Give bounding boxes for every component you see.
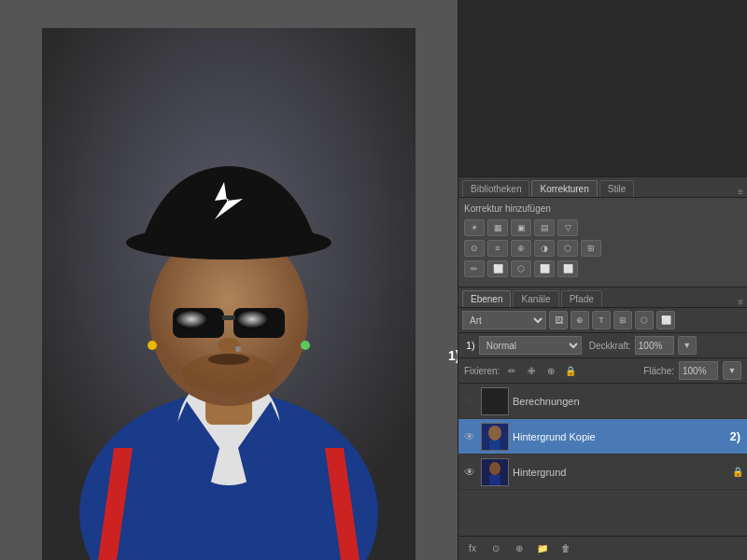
adj-levels[interactable]: ▦ xyxy=(487,219,508,236)
fix-pencil-icon[interactable]: ✏ xyxy=(504,363,519,378)
visibility-hintergrund[interactable]: 👁 xyxy=(462,465,477,480)
svg-point-14 xyxy=(235,346,241,352)
layer-icon-mask[interactable]: ⊕ xyxy=(571,311,589,329)
adj-posterize[interactable]: ⊞ xyxy=(581,240,601,257)
svg-rect-8 xyxy=(222,315,235,320)
adj-mask[interactable]: ⬜ xyxy=(487,260,508,277)
visibility-berechnungen[interactable]: 👁 xyxy=(462,394,477,409)
layer-row-berechnungen[interactable]: 👁 Berechnungen xyxy=(458,384,747,419)
fx-btn[interactable]: fx xyxy=(462,539,483,558)
flaeche-input[interactable] xyxy=(679,361,718,380)
art-select[interactable]: Art xyxy=(462,311,546,329)
visibility-hintergrund-kopie[interactable]: 👁 xyxy=(462,429,477,444)
korrekturen-tabs: Bibliotheken Korrekturen Stile ≡ xyxy=(458,177,747,198)
layer-icon-hex[interactable]: ⬡ xyxy=(635,311,654,329)
new-fill-layer-btn[interactable]: ⊙ xyxy=(486,539,506,558)
ebenen-tabs: Ebenen Kanäle Pfade ≡ xyxy=(458,287,747,308)
layers-list: 👁 Berechnungen 👁 Hintergrund Kopie 2) xyxy=(458,384,747,536)
layer-icon-grid[interactable]: ⊞ xyxy=(613,311,632,329)
tab-korrekturen[interactable]: Korrekturen xyxy=(531,180,597,197)
layer-icon-img[interactable]: 🖼 xyxy=(549,311,568,329)
new-group-btn[interactable]: 📁 xyxy=(532,539,553,558)
layer-icon-text[interactable]: T xyxy=(592,311,611,329)
svg-point-16 xyxy=(208,354,249,365)
tab-kanaele[interactable]: Kanäle xyxy=(513,290,558,307)
adj-channel[interactable]: ⬡ xyxy=(557,240,578,257)
opacity-input[interactable] xyxy=(635,336,674,355)
layer-row-hintergrund[interactable]: 👁 Hintergrund 🔒 xyxy=(458,455,747,490)
layers-bottom-toolbar: fx ⊙ ⊕ 📁 🗑 xyxy=(458,536,747,560)
korrekturen-panel: Korrektur hinzufügen ☀ ▦ ▣ ▤ ▽ ⊙ ≡ ⊕ ◑ ⬡… xyxy=(458,198,747,287)
thumb-hintergrund xyxy=(481,458,509,486)
delete-layer-btn[interactable]: 🗑 xyxy=(556,539,576,558)
fix-lock-icon[interactable]: 🔒 xyxy=(563,363,578,378)
svg-point-12 xyxy=(301,341,310,350)
adj-hex[interactable]: ⬡ xyxy=(511,260,531,277)
layer-icon-extra[interactable]: ⬜ xyxy=(656,311,675,329)
adj-balance[interactable]: ≡ xyxy=(487,240,508,257)
lock-icon-hintergrund: 🔒 xyxy=(732,467,743,477)
adj-curves[interactable]: ▣ xyxy=(511,219,531,236)
tab-stile[interactable]: Stile xyxy=(599,180,634,197)
tab-pfade[interactable]: Pfade xyxy=(561,290,602,307)
svg-point-21 xyxy=(489,462,500,475)
top-dark-area xyxy=(458,0,747,177)
svg-point-11 xyxy=(148,341,157,350)
layer-name-berechnungen: Berechnungen xyxy=(513,396,743,407)
fix-row: Fixieren: ✏ ✙ ⊕ 🔒 Fläche: ▼ xyxy=(458,358,747,384)
adj-hue[interactable]: ⊙ xyxy=(464,240,485,257)
opacity-label: Deckkraft: xyxy=(589,341,631,351)
adj-edit[interactable]: ✏ xyxy=(464,260,485,277)
thumb-hintergrund-kopie xyxy=(481,423,509,451)
adj-photo-filter[interactable]: ◑ xyxy=(534,240,555,257)
adj-solid[interactable]: ⬜ xyxy=(534,260,555,277)
adj-bw[interactable]: ⊕ xyxy=(511,240,531,257)
adj-icons-row2: ⊙ ≡ ⊕ ◑ ⬡ ⊞ xyxy=(464,240,741,257)
layer-row-hintergrund-kopie[interactable]: 👁 Hintergrund Kopie 2) xyxy=(458,419,747,455)
fix-move-icon[interactable]: ✙ xyxy=(524,363,539,378)
thumb-berechnungen xyxy=(481,387,509,415)
svg-point-10 xyxy=(235,310,269,329)
tab-ebenen[interactable]: Ebenen xyxy=(462,290,511,307)
panels-area: Bibliotheken Korrekturen Stile ≡ Korrekt… xyxy=(458,0,747,560)
marker-1-label: 1) xyxy=(448,348,458,363)
opacity-arrow-btn[interactable]: ▼ xyxy=(678,336,697,355)
fixieren-label: Fixieren: xyxy=(464,366,500,376)
panel-collapse-ebenen-btn[interactable]: ≡ xyxy=(738,297,743,307)
layers-panel: Art 🖼 ⊕ T ⊞ ⬡ ⬜ 1) Normal Deckkraft: ▼ F… xyxy=(458,308,747,560)
layer-name-hintergrund-kopie: Hintergrund Kopie xyxy=(513,431,726,442)
fix-all-icon[interactable]: ⊕ xyxy=(543,363,558,378)
adj-exposure[interactable]: ▤ xyxy=(534,219,555,236)
adj-icons-row1: ☀ ▦ ▣ ▤ ▽ xyxy=(464,219,741,236)
marker-2-label: 2) xyxy=(729,429,740,443)
adj-brightness[interactable]: ☀ xyxy=(464,219,485,236)
layer-name-hintergrund: Hintergrund xyxy=(513,467,728,478)
adj-pattern[interactable]: ⬜ xyxy=(557,260,578,277)
adj-icons-row3: ✏ ⬜ ⬡ ⬜ ⬜ xyxy=(464,260,741,277)
svg-point-18 xyxy=(488,426,501,441)
korrekturen-title: Korrektur hinzufügen xyxy=(464,203,741,214)
photo-canvas: 1) xyxy=(0,0,458,560)
flaeche-arrow-btn[interactable]: ▼ xyxy=(723,361,741,380)
svg-rect-19 xyxy=(489,441,500,450)
adj-gradient[interactable]: ▽ xyxy=(557,219,578,236)
panel-collapse-btn[interactable]: ≡ xyxy=(738,187,743,197)
new-layer-btn[interactable]: ⊕ xyxy=(509,539,529,558)
blend-mode-marker: 1) xyxy=(466,340,475,351)
blend-mode-select[interactable]: Normal xyxy=(479,336,582,355)
svg-point-9 xyxy=(175,310,208,329)
tab-bibliotheken[interactable]: Bibliotheken xyxy=(462,180,529,197)
svg-rect-22 xyxy=(489,475,500,485)
layers-toolbar: Art 🖼 ⊕ T ⊞ ⬡ ⬜ xyxy=(458,308,747,333)
flaeche-label: Fläche: xyxy=(643,366,674,376)
